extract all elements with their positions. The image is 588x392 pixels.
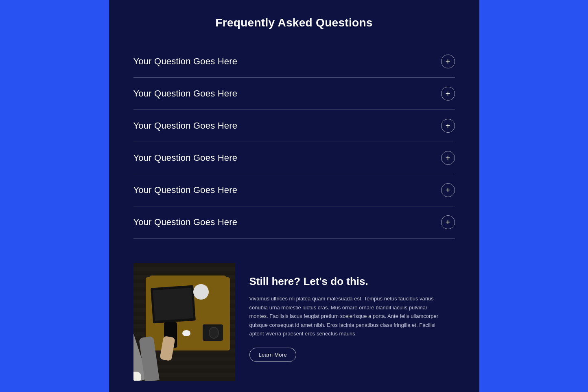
faq-toggle-4[interactable]: + [441, 151, 455, 165]
cta-body: Vivamus ultrices mi platea quam malesuad… [249, 294, 443, 338]
faq-list: Your Question Goes Here + Your Question … [133, 46, 455, 239]
learn-more-button[interactable]: Learn More [249, 348, 296, 362]
faq-item-3[interactable]: Your Question Goes Here + [133, 110, 455, 142]
faq-toggle-2[interactable]: + [441, 87, 455, 101]
faq-question-6: Your Question Goes Here [133, 217, 238, 228]
cta-image [133, 263, 235, 381]
cta-content: Still here? Let's do this. Vivamus ultri… [235, 263, 455, 381]
faq-question-5: Your Question Goes Here [133, 185, 238, 195]
faq-toggle-3[interactable]: + [441, 119, 455, 133]
faq-item-6[interactable]: Your Question Goes Here + [133, 206, 455, 239]
faq-toggle-1[interactable]: + [441, 55, 455, 68]
faq-item-5[interactable]: Your Question Goes Here + [133, 174, 455, 206]
faq-toggle-6[interactable]: + [441, 215, 455, 229]
faq-question-1: Your Question Goes Here [133, 56, 238, 67]
faq-item-2[interactable]: Your Question Goes Here + [133, 78, 455, 110]
main-panel: Frequently Asked Questions Your Question… [109, 0, 479, 392]
faq-question-3: Your Question Goes Here [133, 120, 238, 131]
cta-heading: Still here? Let's do this. [249, 275, 443, 288]
faq-question-2: Your Question Goes Here [133, 88, 238, 99]
faq-toggle-5[interactable]: + [441, 183, 455, 197]
faq-item-1[interactable]: Your Question Goes Here + [133, 46, 455, 78]
cta-section: Still here? Let's do this. Vivamus ultri… [133, 263, 455, 381]
faq-question-4: Your Question Goes Here [133, 153, 238, 163]
faq-item-4[interactable]: Your Question Goes Here + [133, 142, 455, 174]
page-title: Frequently Asked Questions [133, 16, 455, 29]
